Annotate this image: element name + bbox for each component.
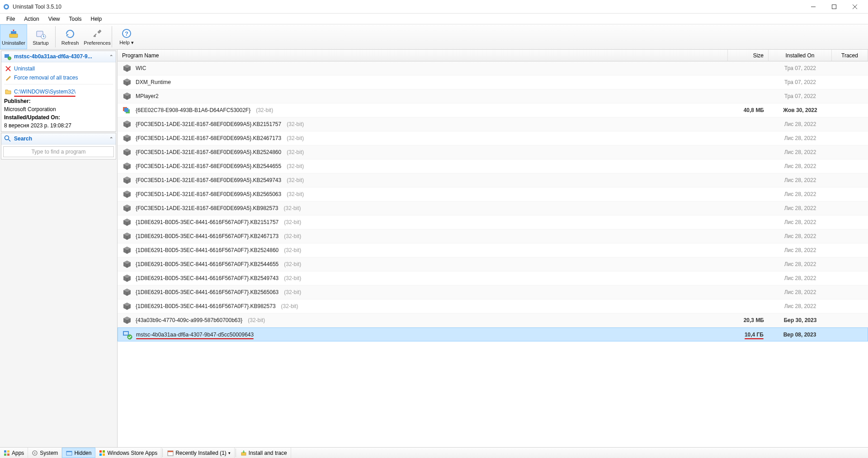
filter-apps[interactable]: Apps [0, 448, 28, 458]
table-row[interactable]: {F0C3E5D1-1ADE-321E-8167-68EF0DE699A5}.K… [118, 187, 868, 201]
cell-size [728, 201, 769, 215]
system-label: System [40, 450, 58, 456]
cell-installed: Лис 28, 2022 [769, 131, 832, 145]
minimize-button[interactable] [803, 0, 824, 14]
search-icon [4, 135, 11, 142]
cell-name: {1D8E6291-B0D5-35EC-8441-6616F567A0F7}.K… [118, 299, 728, 313]
force-removal-link[interactable]: Force removal of all traces [4, 73, 113, 82]
cell-size [728, 229, 769, 243]
cell-installed: Лис 28, 2022 [769, 271, 832, 285]
program-name: {1D8E6291-B0D5-35EC-8441-6616F567A0F7}.K… [136, 247, 278, 253]
help-button[interactable]: ? Help ▾ [113, 24, 140, 49]
refresh-button[interactable]: Refresh [57, 24, 84, 49]
svg-rect-36 [103, 453, 105, 456]
cell-traced [832, 201, 868, 215]
cell-name: {F0C3E5D1-1ADE-321E-8167-68EF0DE699A5}.K… [118, 173, 728, 187]
svg-rect-23 [124, 332, 128, 335]
package-icon [122, 119, 132, 129]
col-size[interactable]: Size [728, 50, 769, 61]
cell-installed: Лис 28, 2022 [769, 243, 832, 257]
svg-rect-35 [99, 453, 102, 456]
table-row[interactable]: WICТра 07, 2022 [118, 61, 868, 75]
table-row[interactable]: {1D8E6291-B0D5-35EC-8441-6616F567A0F7}.K… [118, 271, 868, 285]
uninstall-link[interactable]: Uninstall [4, 64, 113, 73]
cell-size [728, 117, 769, 131]
table-row[interactable]: {F0C3E5D1-1ADE-321E-8167-68EF0DE699A5}.K… [118, 173, 868, 187]
program-name: MPlayer2 [136, 93, 159, 99]
svg-rect-33 [99, 450, 102, 453]
collapse-icon: ⌃ [109, 54, 113, 59]
cell-name: {F0C3E5D1-1ADE-321E-8167-68EF0DE699A5}.K… [118, 201, 728, 215]
path-link[interactable]: C:\WINDOWS\System32\ [4, 86, 113, 97]
arch-label: (32-bit) [284, 219, 301, 225]
uninstaller-button[interactable]: Uninstaller [0, 24, 27, 49]
cell-name: {F0C3E5D1-1ADE-321E-8167-68EF0DE699A5}.K… [118, 159, 728, 173]
table-row[interactable]: {F0C3E5D1-1ADE-321E-8167-68EF0DE699A5}.K… [118, 145, 868, 159]
package-icon [122, 287, 132, 297]
col-traced[interactable]: Traced [832, 50, 868, 61]
table-row[interactable]: DXM_RuntimeТра 07, 2022 [118, 75, 868, 89]
cell-size [728, 75, 769, 89]
maximize-button[interactable] [824, 0, 844, 14]
program-name: {F0C3E5D1-1ADE-321E-8167-68EF0DE699A5}.K… [136, 177, 281, 183]
filter-system[interactable]: System [28, 448, 62, 458]
preferences-button[interactable]: Preferences [84, 24, 111, 49]
table-row[interactable]: {1D8E6291-B0D5-35EC-8441-6616F567A0F7}.K… [118, 285, 868, 299]
install-trace-label: Install and trace [249, 450, 287, 456]
table-row[interactable]: {1D8E6291-B0D5-35EC-8441-6616F567A0F7}.K… [118, 257, 868, 271]
table-row[interactable]: {F0C3E5D1-1ADE-321E-8167-68EF0DE699A5}.K… [118, 159, 868, 173]
package-icon [122, 133, 132, 143]
search-header[interactable]: Search ⌃ [1, 133, 116, 145]
cell-installed: Лис 28, 2022 [769, 187, 832, 201]
cell-traced [832, 145, 868, 159]
cell-name: {1D8E6291-B0D5-35EC-8441-6616F567A0F7}.K… [118, 257, 728, 271]
table-row[interactable]: MPlayer2Тра 07, 2022 [118, 89, 868, 103]
package-icon [123, 330, 132, 340]
package-icon [122, 259, 132, 269]
table-row[interactable]: {F0C3E5D1-1ADE-321E-8167-68EF0DE699A5}.K… [118, 201, 868, 215]
close-button[interactable] [844, 0, 865, 14]
divider [4, 84, 113, 84]
filter-hidden[interactable]: Hidden [62, 448, 95, 458]
cell-traced [832, 131, 868, 145]
cell-size [728, 243, 769, 257]
program-name: {1D8E6291-B0D5-35EC-8441-6616F567A0F7}.K… [136, 219, 278, 225]
cell-name: {F0C3E5D1-1ADE-321E-8167-68EF0DE699A5}.K… [118, 117, 728, 131]
menu-tools[interactable]: Tools [65, 14, 86, 23]
install-trace-button[interactable]: Install and trace [237, 448, 291, 458]
svg-point-30 [34, 452, 36, 453]
table-row[interactable]: {1D8E6291-B0D5-35EC-8441-6616F567A0F7}.K… [118, 299, 868, 313]
arch-label: (32-bit) [287, 135, 304, 141]
table-row[interactable]: {1D8E6291-B0D5-35EC-8441-6616F567A0F7}.K… [118, 215, 868, 229]
recent-button[interactable]: Recently Installed (1) ▾ [164, 448, 235, 458]
menu-action[interactable]: Action [19, 14, 43, 23]
table-row[interactable]: {1D8E6291-B0D5-35EC-8441-6616F567A0F7}.K… [118, 243, 868, 257]
cell-traced [832, 75, 868, 89]
table-row[interactable]: {43a03b9c-4770-409c-a999-587b60700b63}(3… [118, 313, 868, 327]
col-program-name[interactable]: Program Name [118, 50, 728, 61]
cell-traced [832, 313, 868, 327]
package-icon [122, 175, 132, 185]
package-icon [122, 77, 132, 87]
startup-button[interactable]: Startup [27, 24, 54, 49]
col-installed[interactable]: Installed On [769, 50, 832, 61]
cell-name: WIC [118, 61, 728, 75]
program-name: WIC [136, 65, 146, 71]
table-row[interactable]: mstsc-4b0a31aa-df6a-4307-9b47-d5cc500096… [118, 327, 868, 341]
filter-store[interactable]: Windows Store Apps [95, 448, 161, 458]
menu-view[interactable]: View [44, 14, 65, 23]
table-row[interactable]: {F0C3E5D1-1ADE-321E-8167-68EF0DE699A5}.K… [118, 117, 868, 131]
cell-name: {F0C3E5D1-1ADE-321E-8167-68EF0DE699A5}.K… [118, 145, 728, 159]
svg-text:?: ? [125, 30, 128, 37]
dropdown-icon: ▾ [228, 451, 231, 455]
table-row[interactable]: {1D8E6291-B0D5-35EC-8441-6616F567A0F7}.K… [118, 229, 868, 243]
table-row[interactable]: {F0C3E5D1-1ADE-321E-8167-68EF0DE699A5}.K… [118, 131, 868, 145]
menu-help[interactable]: Help [86, 14, 107, 23]
search-input[interactable] [3, 146, 114, 157]
table-header: Program Name Size Installed On Traced [118, 50, 868, 61]
cell-installed: Лис 28, 2022 [769, 229, 832, 243]
selected-program-header[interactable]: mstsc-4b0a31aa-df6a-4307-9... ⌃ [1, 51, 116, 62]
table-row[interactable]: {6EE02C78-E908-493B-B1A6-D64AFC53002F}(3… [118, 103, 868, 117]
menu-file[interactable]: File [2, 14, 19, 23]
program-name: {1D8E6291-B0D5-35EC-8441-6616F567A0F7}.K… [136, 303, 276, 309]
